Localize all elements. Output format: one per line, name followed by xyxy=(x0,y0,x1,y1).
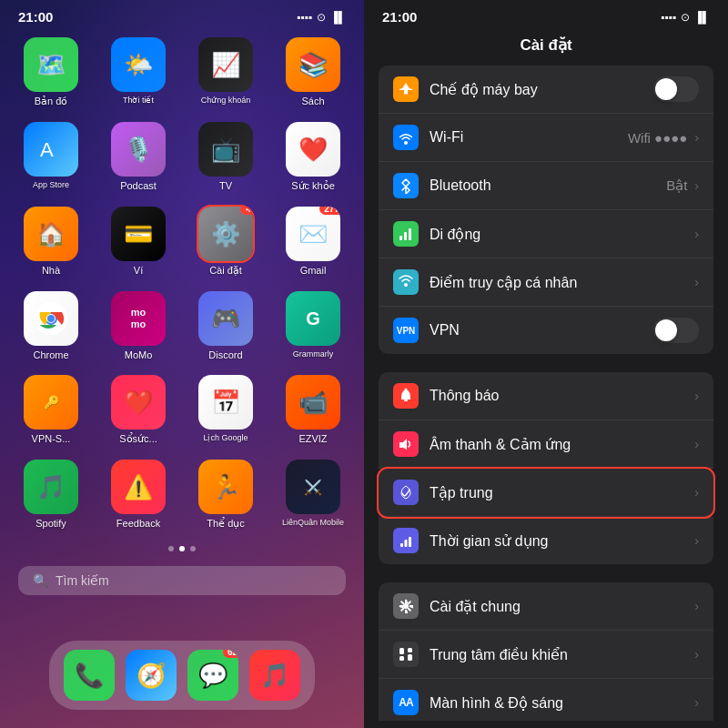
settings-label-wifi: Wi-Fi xyxy=(430,129,628,146)
chevron-focus: › xyxy=(694,485,699,500)
chevron-bluetooth: › xyxy=(694,178,699,193)
app-icon-gmail: ✉️277 xyxy=(286,207,340,261)
app-icon-momo: momo xyxy=(111,291,166,346)
page-dot-active xyxy=(179,546,185,551)
app-item-health[interactable]: ❤️Sức khỏe xyxy=(277,122,349,192)
page-dot xyxy=(190,546,196,551)
app-item-momo[interactable]: momoMoMo xyxy=(102,291,175,360)
app-item-feedback[interactable]: ⚠️Feedback xyxy=(102,460,175,530)
svg-point-10 xyxy=(405,389,408,391)
app-item-books[interactable]: 📚Sách xyxy=(277,37,349,107)
settings-label-airplane: Chế độ máy bay xyxy=(430,81,653,98)
app-label-discord: Discord xyxy=(208,349,242,360)
app-item-settings[interactable]: ⚙️4Cài đặt xyxy=(189,207,262,277)
app-item-ezviz[interactable]: 📹EZVIZ xyxy=(277,375,349,445)
settings-value-bluetooth: Bật xyxy=(666,177,687,194)
app-item-maps[interactable]: 🗺️Bản đồ xyxy=(15,37,87,107)
app-item-podcasts[interactable]: 🎙️Podcast xyxy=(102,122,175,192)
chevron-sounds: › xyxy=(694,437,699,451)
app-label-momo: MoMo xyxy=(125,349,153,360)
app-item-gmail[interactable]: ✉️277Gmail xyxy=(277,207,349,277)
app-item-tv[interactable]: 📺TV xyxy=(189,122,262,192)
dock-item-safari[interactable]: 🧭 xyxy=(126,650,177,701)
app-icon-feedback: ⚠️ xyxy=(111,460,166,514)
app-item-fitness[interactable]: 🏃Thể dục xyxy=(189,460,262,530)
settings-row-display[interactable]: AAMàn hình & Độ sáng› xyxy=(379,679,713,721)
settings-row-sounds[interactable]: Âm thanh & Cảm ứng› xyxy=(379,420,713,469)
settings-row-screentime[interactable]: Thời gian sử dụng› xyxy=(379,517,713,564)
app-icon-books: 📚 xyxy=(286,37,340,92)
svg-rect-14 xyxy=(405,540,408,547)
wifi-icon: ⊙ xyxy=(317,11,326,24)
settings-label-display: Màn hình & Độ sáng xyxy=(430,694,694,712)
app-item-wallet[interactable]: 💳Ví xyxy=(102,207,175,277)
app-icon-grammarly: G xyxy=(286,291,340,346)
settings-row-hotspot[interactable]: Điểm truy cập cá nhân› xyxy=(379,258,713,307)
settings-label-hotspot: Điểm truy cập cá nhân xyxy=(430,274,694,291)
app-item-sosuck[interactable]: ❤️Sổsức... xyxy=(102,375,175,445)
settings-row-general[interactable]: Cài đặt chung› xyxy=(379,582,713,631)
app-icon-wallet: 💳 xyxy=(111,207,166,261)
app-item-weather[interactable]: 🌤️Thời tiết xyxy=(102,37,175,107)
dock-item-phone[interactable]: 📞 xyxy=(64,650,115,701)
dock-icon-safari: 🧭 xyxy=(126,650,177,701)
dock-item-music[interactable]: 🎵 xyxy=(249,650,300,701)
settings-row-airplane[interactable]: Chế độ máy bay xyxy=(379,66,713,114)
svg-rect-7 xyxy=(409,228,411,240)
app-item-spotify[interactable]: 🎵Spotify xyxy=(15,460,87,530)
svg-rect-5 xyxy=(399,236,402,240)
app-item-appstore[interactable]: AApp Store xyxy=(15,122,87,192)
time-right: 21:00 xyxy=(382,9,417,25)
svg-rect-9 xyxy=(404,399,408,401)
toggle-knob-airplane xyxy=(655,78,677,100)
app-icon-appstore: A xyxy=(24,122,78,177)
app-label-books: Sách xyxy=(301,96,324,106)
search-bar[interactable]: 🔍 Tìm kiếm xyxy=(18,566,346,595)
settings-row-focus[interactable]: Tập trung› xyxy=(379,469,713,517)
settings-icon-wifi xyxy=(393,125,419,150)
svg-point-8 xyxy=(404,283,408,287)
status-bar-right: 21:00 ▪▪▪▪ ⊙ ▐▌ xyxy=(364,0,728,28)
settings-label-mobile: Di động xyxy=(430,226,694,243)
settings-row-control[interactable]: Trung tâm điều khiển› xyxy=(379,631,713,679)
settings-value-wifi: Wifi ●●●● xyxy=(628,130,687,146)
app-label-tv: TV xyxy=(219,180,232,191)
app-item-stocks[interactable]: 📈Chứng khoán xyxy=(189,37,262,107)
settings-icon-screentime xyxy=(393,528,419,553)
toggle-vpn[interactable] xyxy=(653,318,699,343)
app-icon-discord: 🎮 xyxy=(198,291,253,346)
settings-row-wifi[interactable]: Wi-FiWifi ●●●●› xyxy=(379,114,713,162)
app-icon-spotify: 🎵 xyxy=(24,460,78,514)
settings-row-bluetooth[interactable]: BluetoothBật› xyxy=(379,162,713,210)
app-item-calendar[interactable]: 📅Lịch Google xyxy=(189,375,262,445)
settings-row-mobile[interactable]: Di động› xyxy=(379,210,713,258)
app-item-home[interactable]: 🏠Nhà xyxy=(15,207,87,277)
settings-row-vpn[interactable]: VPNVPN xyxy=(379,307,713,354)
svg-text:A: A xyxy=(40,138,54,161)
app-item-chrome[interactable]: Chrome xyxy=(15,291,87,360)
status-icons-right: ▪▪▪▪ ⊙ ▐▌ xyxy=(661,11,710,24)
toggle-airplane[interactable] xyxy=(653,76,699,102)
badge-settings: 4 xyxy=(240,207,253,215)
dock-item-messages[interactable]: 💬62 xyxy=(187,650,238,701)
app-label-health: Sức khỏe xyxy=(291,180,335,192)
app-grid: 🗺️Bản đồ🌤️Thời tiết📈Chứng khoán📚SáchAApp… xyxy=(0,28,364,539)
settings-icon-control xyxy=(393,642,419,667)
svg-point-4 xyxy=(47,315,55,322)
settings-group-0: Chế độ máy bayWi-FiWifi ●●●●›BluetoothBậ… xyxy=(364,66,728,354)
chevron-wifi: › xyxy=(694,130,699,145)
app-icon-settings: ⚙️4 xyxy=(198,207,253,261)
app-item-grammarly[interactable]: GGrammarly xyxy=(277,291,349,360)
app-item-lienquan[interactable]: ⚔️LiênQuân Mobile xyxy=(277,460,349,530)
app-label-sosuck: Sổsức... xyxy=(119,433,157,445)
app-icon-home: 🏠 xyxy=(24,207,78,261)
svg-rect-13 xyxy=(400,543,403,547)
settings-row-notifications[interactable]: Thông báo› xyxy=(379,372,713,420)
app-label-grammarly: Grammarly xyxy=(293,349,334,359)
settings-group-1: Thông báo›Âm thanh & Cảm ứng›Tập trung›T… xyxy=(364,372,728,564)
app-label-home: Nhà xyxy=(42,265,60,276)
app-item-vpn[interactable]: 🔑VPN-S... xyxy=(15,375,87,445)
search-placeholder: Tìm kiếm xyxy=(56,573,109,588)
app-item-discord[interactable]: 🎮Discord xyxy=(189,291,262,360)
svg-rect-18 xyxy=(399,656,404,661)
